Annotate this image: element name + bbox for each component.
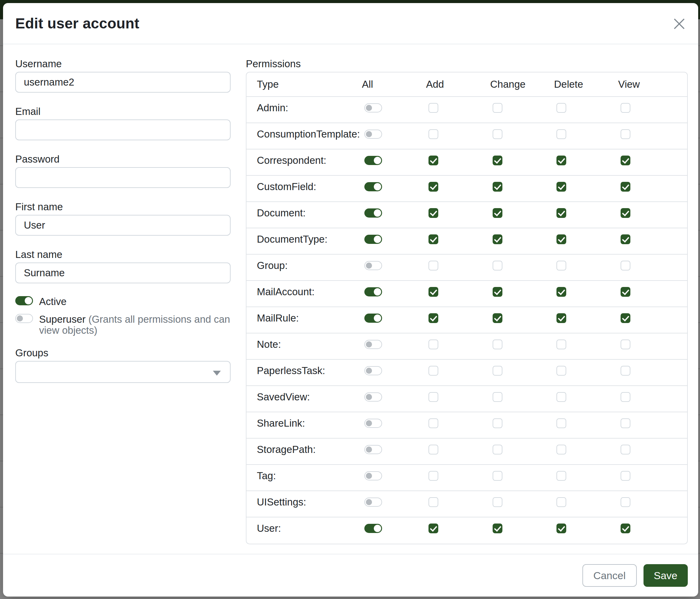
permission-add-checkbox[interactable] <box>428 313 438 323</box>
permission-all-toggle[interactable] <box>364 129 382 139</box>
permission-delete-checkbox[interactable] <box>556 497 566 507</box>
permission-view-checkbox[interactable] <box>621 497 630 507</box>
permission-add-checkbox[interactable] <box>428 208 438 218</box>
permission-all-toggle[interactable] <box>364 182 382 191</box>
permission-add-checkbox[interactable] <box>428 129 438 139</box>
permission-all-toggle[interactable] <box>364 314 382 323</box>
permission-add-checkbox[interactable] <box>428 445 438 454</box>
permission-type-label: PaperlessTask: <box>247 360 362 385</box>
permission-change-checkbox[interactable] <box>493 182 502 192</box>
permission-delete-checkbox[interactable] <box>556 445 566 454</box>
permission-view-checkbox[interactable] <box>621 445 630 454</box>
superuser-toggle[interactable] <box>15 314 33 323</box>
permission-all-toggle[interactable] <box>364 419 382 428</box>
permission-add-checkbox[interactable] <box>428 524 438 533</box>
permission-change-checkbox[interactable] <box>493 418 502 428</box>
permission-delete-checkbox[interactable] <box>556 234 566 244</box>
permission-view-checkbox[interactable] <box>621 103 630 113</box>
permission-change-checkbox[interactable] <box>493 155 502 165</box>
permission-view-checkbox[interactable] <box>621 471 630 481</box>
permission-delete-checkbox[interactable] <box>556 524 566 533</box>
permission-view-checkbox[interactable] <box>621 182 630 192</box>
permission-add-checkbox[interactable] <box>428 103 438 113</box>
save-button[interactable]: Save <box>644 564 688 587</box>
permission-add-checkbox[interactable] <box>428 287 438 297</box>
permission-delete-checkbox[interactable] <box>556 339 566 349</box>
permission-all-toggle[interactable] <box>364 498 382 507</box>
permission-change-checkbox[interactable] <box>493 366 502 376</box>
permission-change-checkbox[interactable] <box>493 234 502 244</box>
permission-view-checkbox[interactable] <box>621 313 630 323</box>
permission-add-checkbox[interactable] <box>428 471 438 481</box>
permission-change-checkbox[interactable] <box>493 445 502 454</box>
permission-view-checkbox[interactable] <box>621 392 630 402</box>
active-toggle[interactable] <box>15 296 33 305</box>
permission-change-checkbox[interactable] <box>493 208 502 218</box>
permission-change-checkbox[interactable] <box>493 392 502 402</box>
cancel-button[interactable]: Cancel <box>582 564 637 587</box>
permission-add-checkbox[interactable] <box>428 497 438 507</box>
permission-delete-checkbox[interactable] <box>556 155 566 165</box>
permission-delete-checkbox[interactable] <box>556 418 566 428</box>
permission-add-checkbox[interactable] <box>428 418 438 428</box>
permission-change-checkbox[interactable] <box>493 129 502 139</box>
permission-change-checkbox[interactable] <box>493 261 502 270</box>
groups-select[interactable] <box>15 361 231 383</box>
permission-view-checkbox[interactable] <box>621 339 630 349</box>
permission-change-checkbox[interactable] <box>493 497 502 507</box>
permission-delete-checkbox[interactable] <box>556 261 566 270</box>
permission-add-checkbox[interactable] <box>428 182 438 192</box>
permission-change-checkbox[interactable] <box>493 287 502 297</box>
permission-change-checkbox[interactable] <box>493 339 502 349</box>
permission-add-checkbox[interactable] <box>428 261 438 270</box>
permission-change-checkbox[interactable] <box>493 313 502 323</box>
permission-type-label: CustomField: <box>247 176 362 201</box>
permission-all-toggle[interactable] <box>364 392 382 402</box>
permission-view-checkbox[interactable] <box>621 366 630 376</box>
permission-delete-checkbox[interactable] <box>556 208 566 218</box>
password-field[interactable] <box>15 167 231 188</box>
permission-all-toggle[interactable] <box>364 209 382 218</box>
permission-view-checkbox[interactable] <box>621 261 630 270</box>
password-label: Password <box>15 153 231 165</box>
permission-change-checkbox[interactable] <box>493 524 502 533</box>
permission-all-toggle[interactable] <box>364 287 382 296</box>
permission-add-checkbox[interactable] <box>428 392 438 402</box>
permission-view-checkbox[interactable] <box>621 287 630 297</box>
permission-all-toggle[interactable] <box>364 235 382 244</box>
permission-add-checkbox[interactable] <box>428 155 438 165</box>
permission-add-checkbox[interactable] <box>428 366 438 376</box>
permission-all-toggle[interactable] <box>364 445 382 454</box>
permission-change-checkbox[interactable] <box>493 103 502 113</box>
permission-all-toggle[interactable] <box>364 103 382 113</box>
close-button[interactable] <box>672 17 686 31</box>
permission-all-toggle[interactable] <box>364 471 382 480</box>
first-name-field[interactable] <box>15 215 231 236</box>
permission-view-checkbox[interactable] <box>621 208 630 218</box>
permission-delete-checkbox[interactable] <box>556 471 566 481</box>
permission-type-label: Group: <box>247 255 362 280</box>
permission-view-checkbox[interactable] <box>621 155 630 165</box>
permission-all-toggle[interactable] <box>364 261 382 270</box>
email-field[interactable] <box>15 119 231 140</box>
permission-delete-checkbox[interactable] <box>556 129 566 139</box>
permission-view-checkbox[interactable] <box>621 524 630 533</box>
permission-all-toggle[interactable] <box>364 524 382 533</box>
permission-view-checkbox[interactable] <box>621 234 630 244</box>
permission-change-checkbox[interactable] <box>493 471 502 481</box>
permission-delete-checkbox[interactable] <box>556 392 566 402</box>
permission-all-toggle[interactable] <box>364 366 382 375</box>
permission-delete-checkbox[interactable] <box>556 182 566 192</box>
permission-view-checkbox[interactable] <box>621 129 630 139</box>
permission-add-checkbox[interactable] <box>428 339 438 349</box>
permission-delete-checkbox[interactable] <box>556 313 566 323</box>
permission-all-toggle[interactable] <box>364 156 382 165</box>
permission-delete-checkbox[interactable] <box>556 366 566 376</box>
permission-delete-checkbox[interactable] <box>556 103 566 113</box>
last-name-field[interactable] <box>15 263 231 283</box>
permission-delete-checkbox[interactable] <box>556 287 566 297</box>
username-input[interactable] <box>15 72 231 93</box>
permission-add-checkbox[interactable] <box>428 234 438 244</box>
permission-all-toggle[interactable] <box>364 340 382 349</box>
permission-view-checkbox[interactable] <box>621 418 630 428</box>
